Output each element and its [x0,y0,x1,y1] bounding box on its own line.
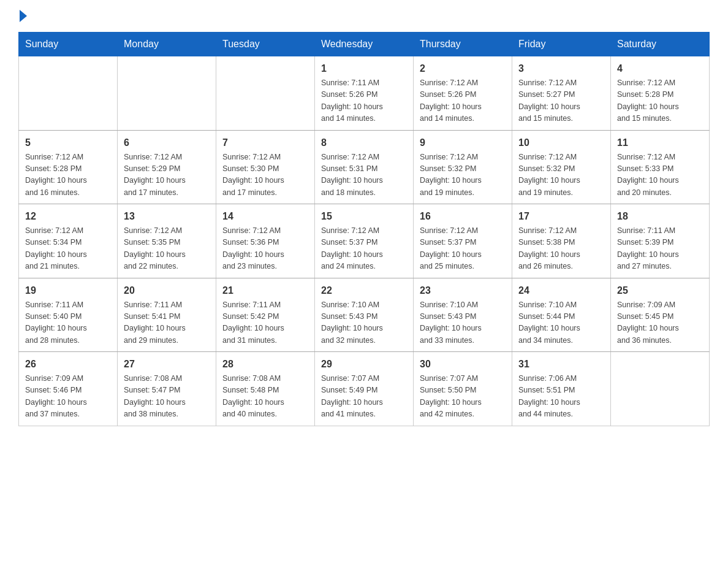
day-number: 16 [420,209,506,224]
weekday-header-monday: Monday [118,33,216,56]
calendar-week-row: 5Sunrise: 7:12 AMSunset: 5:28 PMDaylight… [19,130,710,204]
calendar-header-row: SundayMondayTuesdayWednesdayThursdayFrid… [19,33,710,56]
day-number: 5 [25,136,111,150]
calendar-cell: 8Sunrise: 7:12 AMSunset: 5:31 PMDaylight… [315,130,414,204]
day-info: Sunrise: 7:10 AMSunset: 5:43 PMDaylight:… [321,299,407,347]
day-info: Sunrise: 7:11 AMSunset: 5:40 PMDaylight:… [25,299,111,347]
day-number: 9 [420,136,506,150]
day-info: Sunrise: 7:12 AMSunset: 5:34 PMDaylight:… [25,225,111,273]
day-info: Sunrise: 7:12 AMSunset: 5:32 PMDaylight:… [420,151,506,199]
header [18,12,710,22]
logo [18,12,27,22]
day-number: 2 [420,61,506,76]
day-number: 23 [420,283,506,298]
day-info: Sunrise: 7:10 AMSunset: 5:43 PMDaylight:… [420,299,506,347]
weekday-header-thursday: Thursday [414,33,512,56]
day-info: Sunrise: 7:12 AMSunset: 5:28 PMDaylight:… [25,151,111,199]
day-info: Sunrise: 7:12 AMSunset: 5:26 PMDaylight:… [420,77,506,125]
day-number: 30 [420,357,506,372]
calendar-cell: 18Sunrise: 7:11 AMSunset: 5:39 PMDayligh… [611,204,710,278]
calendar-cell: 30Sunrise: 7:07 AMSunset: 5:50 PMDayligh… [414,352,512,426]
calendar-cell: 5Sunrise: 7:12 AMSunset: 5:28 PMDaylight… [19,130,118,204]
day-info: Sunrise: 7:12 AMSunset: 5:38 PMDaylight:… [518,225,604,273]
day-number: 25 [617,283,703,298]
day-number: 29 [321,357,407,372]
calendar-cell: 2Sunrise: 7:12 AMSunset: 5:26 PMDaylight… [414,56,512,131]
day-number: 19 [25,283,111,298]
day-info: Sunrise: 7:08 AMSunset: 5:48 PMDaylight:… [222,373,308,421]
calendar-cell: 11Sunrise: 7:12 AMSunset: 5:33 PMDayligh… [611,130,710,204]
calendar-cell: 24Sunrise: 7:10 AMSunset: 5:44 PMDayligh… [512,278,611,352]
day-number: 28 [222,357,308,372]
day-number: 10 [518,136,604,150]
logo-blue-part [18,12,27,22]
calendar-cell: 1Sunrise: 7:11 AMSunset: 5:26 PMDaylight… [315,56,414,131]
calendar-week-row: 12Sunrise: 7:12 AMSunset: 5:34 PMDayligh… [19,204,710,278]
calendar-cell: 15Sunrise: 7:12 AMSunset: 5:37 PMDayligh… [315,204,414,278]
weekday-header-saturday: Saturday [611,33,710,56]
calendar-cell: 21Sunrise: 7:11 AMSunset: 5:42 PMDayligh… [216,278,315,352]
day-number: 1 [321,61,407,76]
day-info: Sunrise: 7:09 AMSunset: 5:45 PMDaylight:… [617,299,703,347]
calendar-cell: 20Sunrise: 7:11 AMSunset: 5:41 PMDayligh… [118,278,216,352]
calendar-cell: 12Sunrise: 7:12 AMSunset: 5:34 PMDayligh… [19,204,118,278]
calendar-cell: 10Sunrise: 7:12 AMSunset: 5:32 PMDayligh… [512,130,611,204]
day-number: 21 [222,283,308,298]
calendar-cell: 9Sunrise: 7:12 AMSunset: 5:32 PMDaylight… [414,130,512,204]
day-info: Sunrise: 7:12 AMSunset: 5:27 PMDaylight:… [518,77,604,125]
calendar-cell: 28Sunrise: 7:08 AMSunset: 5:48 PMDayligh… [216,352,315,426]
weekday-header-tuesday: Tuesday [216,33,315,56]
calendar-cell: 16Sunrise: 7:12 AMSunset: 5:37 PMDayligh… [414,204,512,278]
day-info: Sunrise: 7:07 AMSunset: 5:50 PMDaylight:… [420,373,506,421]
day-info: Sunrise: 7:11 AMSunset: 5:41 PMDaylight:… [124,299,210,347]
calendar-cell: 19Sunrise: 7:11 AMSunset: 5:40 PMDayligh… [19,278,118,352]
calendar-table: SundayMondayTuesdayWednesdayThursdayFrid… [18,32,710,426]
calendar-cell: 7Sunrise: 7:12 AMSunset: 5:30 PMDaylight… [216,130,315,204]
calendar-cell: 14Sunrise: 7:12 AMSunset: 5:36 PMDayligh… [216,204,315,278]
weekday-header-wednesday: Wednesday [315,33,414,56]
calendar-cell: 17Sunrise: 7:12 AMSunset: 5:38 PMDayligh… [512,204,611,278]
day-info: Sunrise: 7:07 AMSunset: 5:49 PMDaylight:… [321,373,407,421]
day-info: Sunrise: 7:08 AMSunset: 5:47 PMDaylight:… [124,373,210,421]
day-info: Sunrise: 7:12 AMSunset: 5:37 PMDaylight:… [420,225,506,273]
weekday-header-sunday: Sunday [19,33,118,56]
calendar-week-row: 19Sunrise: 7:11 AMSunset: 5:40 PMDayligh… [19,278,710,352]
day-number: 6 [124,136,210,150]
day-number: 8 [321,136,407,150]
day-info: Sunrise: 7:12 AMSunset: 5:29 PMDaylight:… [124,151,210,199]
calendar-cell: 6Sunrise: 7:12 AMSunset: 5:29 PMDaylight… [118,130,216,204]
calendar-cell [118,56,216,131]
day-number: 12 [25,209,111,224]
calendar-week-row: 26Sunrise: 7:09 AMSunset: 5:46 PMDayligh… [19,352,710,426]
day-info: Sunrise: 7:10 AMSunset: 5:44 PMDaylight:… [518,299,604,347]
day-info: Sunrise: 7:06 AMSunset: 5:51 PMDaylight:… [518,373,604,421]
day-info: Sunrise: 7:12 AMSunset: 5:28 PMDaylight:… [617,77,703,125]
day-number: 14 [222,209,308,224]
day-number: 13 [124,209,210,224]
day-number: 3 [518,61,604,76]
day-number: 7 [222,136,308,150]
day-number: 20 [124,283,210,298]
day-number: 22 [321,283,407,298]
day-info: Sunrise: 7:12 AMSunset: 5:31 PMDaylight:… [321,151,407,199]
day-number: 26 [25,357,111,372]
calendar-cell: 13Sunrise: 7:12 AMSunset: 5:35 PMDayligh… [118,204,216,278]
day-number: 27 [124,357,210,372]
calendar-cell [19,56,118,131]
day-info: Sunrise: 7:11 AMSunset: 5:42 PMDaylight:… [222,299,308,347]
day-info: Sunrise: 7:12 AMSunset: 5:36 PMDaylight:… [222,225,308,273]
calendar-cell: 27Sunrise: 7:08 AMSunset: 5:47 PMDayligh… [118,352,216,426]
day-number: 4 [617,61,703,76]
calendar-cell [216,56,315,131]
day-info: Sunrise: 7:12 AMSunset: 5:32 PMDaylight:… [518,151,604,199]
day-info: Sunrise: 7:12 AMSunset: 5:35 PMDaylight:… [124,225,210,273]
calendar-cell [611,352,710,426]
day-info: Sunrise: 7:12 AMSunset: 5:30 PMDaylight:… [222,151,308,199]
day-number: 11 [617,136,703,150]
logo-arrow-icon [20,10,27,22]
weekday-header-friday: Friday [512,33,611,56]
calendar-cell: 22Sunrise: 7:10 AMSunset: 5:43 PMDayligh… [315,278,414,352]
day-info: Sunrise: 7:09 AMSunset: 5:46 PMDaylight:… [25,373,111,421]
calendar-body: 1Sunrise: 7:11 AMSunset: 5:26 PMDaylight… [19,56,710,426]
day-number: 24 [518,283,604,298]
